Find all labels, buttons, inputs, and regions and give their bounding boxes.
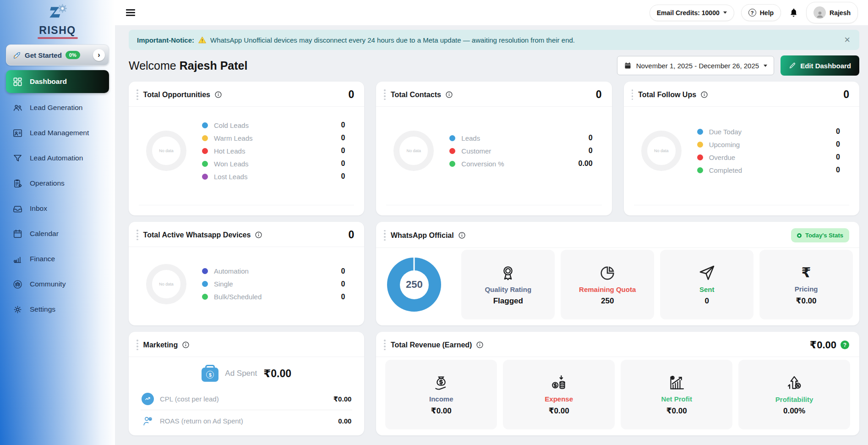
legend-dot <box>449 161 455 167</box>
legend-dot <box>697 167 703 173</box>
card-header: Total Revenue (Earned) ₹0.00 ? <box>376 332 859 357</box>
medal-icon <box>499 264 517 282</box>
sidebar-item-lead-generation[interactable]: Lead Generation <box>6 97 109 118</box>
info-icon[interactable] <box>445 91 453 99</box>
sidebar-item-operations[interactable]: Operations <box>6 173 109 194</box>
sidebar-item-calendar[interactable]: Calendar <box>6 223 109 244</box>
get-started-button[interactable]: Get Started 0% › <box>6 44 109 66</box>
email-credits-button[interactable]: Email Credits: 10000 <box>650 5 734 21</box>
legend-value: 0 <box>341 172 345 181</box>
sidebar-item-settings[interactable]: Settings <box>6 299 109 320</box>
card-header: Total Contacts 0 <box>376 82 611 107</box>
caret-down-icon <box>723 11 727 14</box>
drag-handle-icon[interactable] <box>631 88 634 101</box>
sidebar-item-community[interactable]: Community <box>6 274 109 295</box>
card-total-value: 0 <box>349 229 355 241</box>
legend-label: Upcoming <box>709 141 740 148</box>
notice-banner: Important-Notice: WhatsApp Unofficial de… <box>129 30 859 50</box>
sidebar-item-label: Lead Generation <box>30 104 82 112</box>
main-area: Email Credits: 10000 ? Help Rajesh <box>115 0 868 445</box>
help-label: Help <box>760 9 774 16</box>
card-title: Total Active Whatsapp Devices <box>143 231 251 239</box>
legend-row: Won Leads 0 <box>202 157 345 170</box>
card-header: Total Opportunities 0 <box>129 82 364 107</box>
help-button[interactable]: ? Help <box>741 4 781 21</box>
legend-dot <box>202 174 208 180</box>
sidebar-nav: Dashboard Lead Generation Lead Managemen… <box>6 70 109 324</box>
avatar <box>813 6 826 19</box>
legend-label: Automation <box>214 267 249 275</box>
legend-value: 0 <box>836 153 840 161</box>
info-icon[interactable] <box>476 341 484 349</box>
card-body: No data Automation 0 <box>129 247 364 325</box>
info-icon[interactable] <box>458 231 466 239</box>
community-icon <box>12 279 23 290</box>
tile-value: ₹0.00 <box>796 296 817 306</box>
user-name-label: Rajesh <box>830 9 851 16</box>
date-range-picker[interactable]: November 1, 2025 - December 26, 2025 <box>617 56 774 75</box>
card-title: Total Revenue (Earned) <box>391 341 472 349</box>
info-icon[interactable] <box>214 91 222 99</box>
sidebar-item-dashboard[interactable]: Dashboard <box>6 70 109 93</box>
tile-value: ₹0.00 <box>549 406 569 416</box>
tile-value: 0.00% <box>783 407 805 416</box>
caret-down-icon <box>764 65 767 67</box>
legend-value: 0 <box>836 127 840 136</box>
drag-handle-icon[interactable] <box>383 88 387 101</box>
drag-handle-icon[interactable] <box>383 229 387 242</box>
sidebar-item-label: Lead Management <box>30 129 89 137</box>
legend-dot <box>449 148 455 154</box>
chart-legend: Leads 0 Customer 0 <box>449 132 592 170</box>
inbox-icon <box>12 203 23 214</box>
drag-handle-icon[interactable] <box>383 338 387 352</box>
legend-label: Won Leads <box>214 160 249 168</box>
sidebar-item-inbox[interactable]: Inbox <box>6 198 109 219</box>
drag-handle-icon[interactable] <box>136 228 139 242</box>
card-body: Income ₹0.00 Expense <box>376 357 859 437</box>
donut-chart-empty: No data <box>641 131 682 171</box>
edit-dashboard-button[interactable]: Edit Dashboard <box>781 55 859 76</box>
send-icon <box>698 264 716 282</box>
card-body: 250 Quality Rating Flagged <box>376 248 859 327</box>
get-started-progress-badge: 0% <box>66 51 80 59</box>
rocket-icon <box>12 51 21 60</box>
user-menu-button[interactable]: Rajesh <box>806 2 858 23</box>
legend-dot <box>449 135 455 141</box>
card-header: Marketing <box>129 332 364 357</box>
close-icon[interactable]: × <box>843 35 851 45</box>
legend-value: 0 <box>341 134 345 142</box>
rupee-icon: ₹ <box>802 264 811 282</box>
legend-row: Automation 0 <box>202 265 345 278</box>
legend-dot <box>202 281 208 287</box>
status-dot-icon <box>797 233 802 238</box>
legend-value: 0 <box>341 267 345 275</box>
info-icon[interactable] <box>255 231 262 239</box>
legend-value: 0 <box>341 121 345 129</box>
chevron-right-icon[interactable]: › <box>93 49 105 61</box>
trend-up-icon <box>142 393 154 405</box>
question-circle-icon[interactable]: ? <box>841 341 849 349</box>
info-icon[interactable] <box>182 341 190 349</box>
drag-handle-icon[interactable] <box>136 88 139 101</box>
sidebar-item-lead-automation[interactable]: Lead Automation <box>6 148 109 169</box>
legend-row: Cold Leads 0 <box>202 119 345 132</box>
welcome-label: Welcome <box>129 59 176 72</box>
hamburger-menu-icon[interactable] <box>126 8 138 18</box>
roas-label: ROAS (return on Ad Spent) <box>160 417 243 425</box>
legend-row: Overdue 0 <box>697 151 840 164</box>
tile-label: Sent <box>699 286 715 293</box>
notifications-bell-icon[interactable] <box>788 6 799 19</box>
legend-dot <box>697 129 703 135</box>
drag-handle-icon[interactable] <box>136 338 139 352</box>
sidebar-item-finance[interactable]: Finance <box>6 248 109 269</box>
info-icon[interactable] <box>700 91 708 99</box>
quota-donut-chart: 250 <box>387 258 441 312</box>
tile-label: Remaining Quota <box>579 286 636 293</box>
card-header: Total Active Whatsapp Devices 0 <box>129 222 364 247</box>
calendar-icon <box>12 229 23 239</box>
legend-dot <box>202 294 208 300</box>
sidebar-item-lead-management[interactable]: Lead Management <box>6 122 109 143</box>
tile-label: Profitability <box>775 396 813 403</box>
legend-row: Bulk/Scheduled 0 <box>202 291 345 303</box>
legend-value: 0.00 <box>579 159 593 168</box>
